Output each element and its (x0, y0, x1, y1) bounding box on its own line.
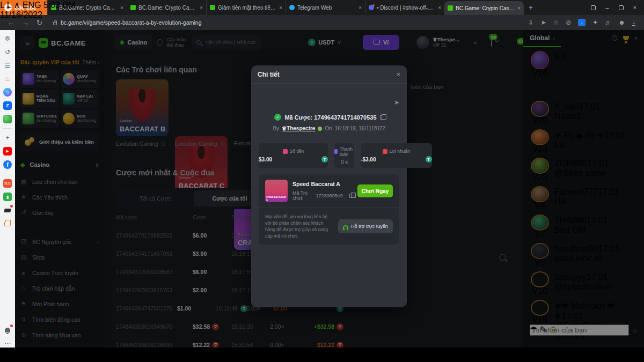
gamepad-icon[interactable] (3, 115, 12, 123)
frog-emoji-icon (318, 127, 322, 131)
graduation-cap-shape (4, 209, 11, 212)
extensions-icon[interactable]: ✦ (592, 19, 598, 26)
adblock-shield-icon[interactable]: ⊘ (566, 19, 571, 26)
media-icon[interactable]: ♬ (605, 19, 611, 26)
new-tab-button[interactable]: + (524, 0, 538, 15)
add-app-icon[interactable]: + (3, 134, 12, 142)
save-page-icon[interactable]: ⇩ (528, 19, 533, 26)
discord-favicon (369, 5, 374, 10)
address-field[interactable]: bc.game/vi/game/speed-baccarat-a-by-evol… (48, 17, 523, 28)
browser-tab-active[interactable]: BC.Game: Crypto Casino Gam× (444, 1, 524, 15)
downloads-tray-icon[interactable]: ↓ (632, 19, 635, 26)
tray-expand-icon[interactable]: ∧ (14, 1, 20, 10)
maximize-button[interactable] (619, 5, 624, 10)
modal-close-icon[interactable]: × (396, 70, 400, 78)
play-now-button[interactable]: Chơi Ngay (357, 184, 393, 197)
stat-profit: Lợi nhuận -$3.00T (361, 143, 431, 168)
battery-app-icon[interactable]: ▮ (3, 193, 12, 201)
download-active-icon[interactable]: ↓ (578, 19, 586, 26)
verified-shield-icon: ✓ (274, 114, 281, 121)
tab-title: • Discord | #show-off-you (377, 5, 435, 11)
tab-title: BC.Game: Crypto Casino Gam (138, 5, 197, 11)
browser-tab-5[interactable]: • Discord | #show-off-you× (365, 0, 444, 15)
browser-tab-3[interactable]: Giảm tiền mặt theo tiến hóa× (206, 0, 286, 15)
page-url: bc.game/vi/game/speed-baccarat-a-by-evol… (61, 19, 202, 26)
clock-date: 11/16/2022 (0, 10, 42, 19)
facebook-icon[interactable]: f (3, 160, 12, 169)
payout-card-icon (334, 149, 338, 154)
profile-icon[interactable]: ☻ (618, 19, 625, 26)
notifications-bell-icon[interactable] (3, 326, 12, 334)
stat-amount: Số tiền $3.00T (259, 143, 328, 168)
shopping-cart-icon[interactable] (3, 219, 12, 228)
lock-icon (53, 22, 57, 25)
hot-news-icon[interactable]: ♨ (3, 75, 12, 83)
windows-taskbar: L L ∧ ENG 5:03 PM 11/16/2022 (0, 0, 75, 20)
support-box: Mọi vấn đề, xin vui lòng liên hệ với bộ … (259, 208, 399, 245)
browser-tab-4[interactable]: Telegram Web× (286, 0, 365, 15)
shopee-sale-icon[interactable]: 25.11 (3, 179, 12, 188)
game-round-id: 17280605e9... (316, 193, 347, 198)
profit-icon (383, 149, 387, 154)
bcgame-favicon (130, 5, 136, 10)
bcgame-favicon (448, 5, 453, 11)
headset-icon (343, 225, 348, 229)
lol-shape: L (0, 1, 4, 10)
language-indicator[interactable]: ENG (23, 1, 41, 10)
usdt-icon: T (321, 156, 328, 162)
tab-close-icon[interactable]: × (517, 5, 521, 11)
thumb-caption: SPEED BACCARAT A (266, 196, 288, 201)
zalo-icon[interactable]: Z (3, 101, 12, 110)
league-of-legends-icon-2[interactable]: L (7, 1, 11, 10)
tab-title: Giảm tiền mặt theo tiến hóa (218, 5, 276, 11)
history-icon[interactable]: ↺ (3, 48, 12, 56)
tab-close-icon[interactable]: × (358, 5, 362, 11)
clock-time: 5:03 PM (43, 1, 76, 10)
league-of-legends-icon[interactable]: L (0, 1, 4, 10)
modal-game-name: Speed Baccarat A (292, 181, 353, 187)
bookmark-star-icon[interactable]: ☆ (553, 19, 559, 26)
browser-url-bar: ← → ↻ bc.game/vi/game/speed-baccarat-a-b… (0, 15, 644, 30)
copy-icon[interactable] (349, 194, 353, 198)
settings-icon[interactable]: ⚙ (3, 34, 12, 43)
browser-tab-2[interactable]: BC.Game: Crypto Casino Gam× (127, 0, 206, 15)
tab-title: Telegram Web (297, 5, 356, 11)
bcgame-favicon (210, 5, 215, 10)
live-support-button[interactable]: Hỗ trợ trực tuyến (338, 219, 393, 233)
youtube-icon[interactable]: ▶ (3, 147, 12, 156)
bettor-username-link[interactable]: ♛Thespectre (282, 125, 315, 131)
stat-payout: Thanh toán 0 x (334, 143, 354, 168)
bell-shape (5, 328, 10, 333)
share-icon[interactable]: ➤ (540, 19, 546, 26)
browser-tab-bar: cốc cốc BC.Game: Crypto Casino Gam× BC.G… (0, 0, 644, 15)
bet-details-modal: Chi tiết × ➤ ✓ Mã Cược: 1749643741714070… (251, 65, 407, 307)
window-close-button[interactable]: × (633, 4, 636, 11)
game-thumbnail[interactable]: SPEED BACCARAT A (265, 180, 288, 202)
bcgame-page: ≡ BC.GAME Đặc quyền VIP của tôi Thêm › T… (15, 30, 644, 348)
minimize-button[interactable]: – (605, 4, 609, 11)
cart-shape (4, 222, 11, 226)
bet-datetime: 16:18:19, 16/11/2022 (335, 125, 385, 131)
feed-icon[interactable]: ☰ (3, 61, 12, 70)
education-icon[interactable] (3, 206, 12, 215)
browser-sidebar: ⚙ ↺ ☰ ♨ ϟ Z + ▶ f 25.11 ▮ ⋯ (0, 30, 15, 348)
tab-search-icon[interactable] (591, 5, 596, 10)
share-icon[interactable]: ➤ (394, 99, 399, 106)
usdt-icon: T (426, 156, 432, 162)
tab-close-icon[interactable]: × (200, 5, 203, 11)
tab-close-icon[interactable]: × (438, 5, 441, 11)
tab-close-icon[interactable]: × (120, 5, 123, 11)
support-text: Mọi vấn đề, xin vui lòng liên hệ với bộ … (265, 213, 333, 239)
divider (3, 174, 12, 174)
more-options-icon[interactable]: ⋯ (3, 339, 12, 348)
on-label: On (325, 125, 332, 131)
tab-title: BC.Game: Crypto Casino Gam (456, 5, 515, 11)
modal-title: Chi tiết (258, 71, 280, 78)
lol-shape: L (7, 1, 11, 10)
messenger-icon[interactable]: ϟ (3, 88, 12, 97)
by-label: By (273, 125, 279, 131)
game-info-box: SPEED BACCARAT A Speed Baccarat A Mã Trò… (259, 174, 399, 208)
copy-icon[interactable] (380, 115, 384, 120)
divider (3, 128, 12, 129)
tab-close-icon[interactable]: × (279, 5, 282, 11)
